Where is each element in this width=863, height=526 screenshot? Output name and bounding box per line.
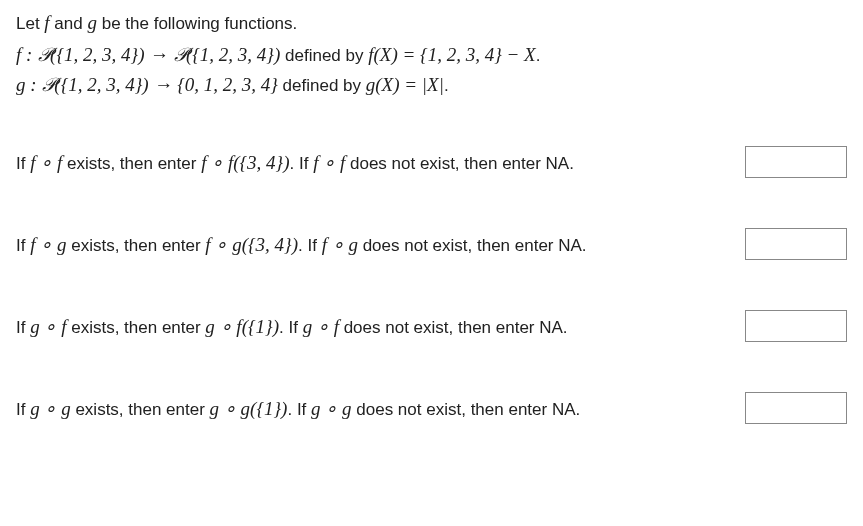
intro-g: g <box>87 12 97 33</box>
q3-m1: g ∘ f <box>30 316 66 337</box>
intro-text: Let f and g be the following functions. <box>16 12 847 34</box>
answer-input-1[interactable] <box>745 146 847 178</box>
question-text-1: If f ∘ f exists, then enter f ∘ f({3, 4}… <box>16 151 733 174</box>
q1-m3: f ∘ f <box>313 152 345 173</box>
q1-p3: . If <box>290 154 314 173</box>
q4-m3: g ∘ g <box>311 398 352 419</box>
def-f-rhs: f(X) = {1, 2, 3, 4} − X <box>368 44 535 65</box>
q1-m2: f ∘ f({3, 4}) <box>201 152 289 173</box>
q4-m2: g ∘ g({1}) <box>210 398 288 419</box>
q1-p1: If <box>16 154 30 173</box>
q3-m2: g ∘ f({1}) <box>205 316 279 337</box>
q2-m1: f ∘ g <box>30 234 66 255</box>
definition-f: f : 𝒫({1, 2, 3, 4}) → 𝒫({1, 2, 3, 4}) de… <box>16 44 847 66</box>
def-f-end: . <box>536 46 541 65</box>
answer-input-3[interactable] <box>745 310 847 342</box>
question-row-4: If g ∘ g exists, then enter g ∘ g({1}). … <box>16 392 847 424</box>
q3-p2: exists, then enter <box>66 318 205 337</box>
def-g-lhs: g : 𝒫({1, 2, 3, 4}) → {0, 1, 2, 3, 4} <box>16 74 278 95</box>
q1-m1: f ∘ f <box>30 152 62 173</box>
q1-p2: exists, then enter <box>62 154 201 173</box>
intro-prefix: Let <box>16 14 44 33</box>
q2-m3: f ∘ g <box>322 234 358 255</box>
intro-and: and <box>50 14 88 33</box>
def-g-rhs: g(X) = |X| <box>366 74 444 95</box>
answer-input-2[interactable] <box>745 228 847 260</box>
q3-p3: . If <box>279 318 303 337</box>
definition-g: g : 𝒫({1, 2, 3, 4}) → {0, 1, 2, 3, 4} de… <box>16 74 847 96</box>
q2-m2: f ∘ g({3, 4}) <box>205 234 298 255</box>
q2-p4: does not exist, then enter NA. <box>358 236 587 255</box>
q4-m1: g ∘ g <box>30 398 71 419</box>
def-g-end: . <box>444 76 449 95</box>
answer-input-4[interactable] <box>745 392 847 424</box>
q4-p3: . If <box>287 400 311 419</box>
q2-p2: exists, then enter <box>66 236 205 255</box>
question-row-1: If f ∘ f exists, then enter f ∘ f({3, 4}… <box>16 146 847 178</box>
q3-p4: does not exist, then enter NA. <box>339 318 568 337</box>
q4-p2: exists, then enter <box>71 400 210 419</box>
q2-p3: . If <box>298 236 322 255</box>
def-f-lhs: f : 𝒫({1, 2, 3, 4}) → 𝒫({1, 2, 3, 4}) <box>16 44 280 65</box>
question-row-3: If g ∘ f exists, then enter g ∘ f({1}). … <box>16 310 847 342</box>
q2-p1: If <box>16 236 30 255</box>
question-text-3: If g ∘ f exists, then enter g ∘ f({1}). … <box>16 315 733 338</box>
q3-p1: If <box>16 318 30 337</box>
intro-suffix: be the following functions. <box>97 14 297 33</box>
q4-p4: does not exist, then enter NA. <box>352 400 581 419</box>
question-row-2: If f ∘ g exists, then enter f ∘ g({3, 4}… <box>16 228 847 260</box>
def-f-mid: defined by <box>280 46 368 65</box>
def-g-mid: defined by <box>278 76 366 95</box>
q1-p4: does not exist, then enter NA. <box>345 154 574 173</box>
q4-p1: If <box>16 400 30 419</box>
question-text-4: If g ∘ g exists, then enter g ∘ g({1}). … <box>16 397 733 420</box>
question-text-2: If f ∘ g exists, then enter f ∘ g({3, 4}… <box>16 233 733 256</box>
q3-m3: g ∘ f <box>303 316 339 337</box>
